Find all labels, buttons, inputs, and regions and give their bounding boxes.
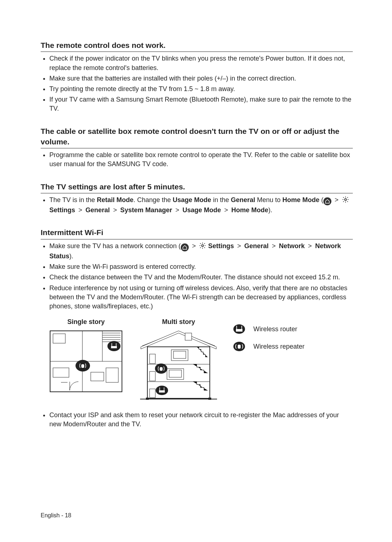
list-cablebox: Programme the cable or satellite box rem… [41,151,353,169]
legend-repeater-label: Wireless repeater [253,342,305,351]
chevron-icon: > [272,242,276,250]
chevron-icon: > [78,206,82,214]
retail-mode-label: Retail Mode [97,196,134,204]
legend-router: Wireless router [233,324,305,334]
network-label: Network [279,242,305,250]
home-icon [181,243,189,251]
settings-label: Settings [49,206,75,214]
list-item: Programme the cable or satellite box rem… [49,151,353,169]
system-manager-label: System Manager [120,206,172,214]
heading-remote: The remote control does not work. [41,40,353,52]
legend-router-label: Wireless router [253,325,297,334]
list-item: If your TV came with a Samsung Smart Rem… [49,95,353,113]
text: ). [69,252,73,260]
list-wifi: Make sure the TV has a network connectio… [41,242,353,311]
chevron-icon: > [113,206,117,214]
diagram-row: Single story [48,317,353,404]
text: in the [211,196,231,204]
list-item: Make sure that the batteries are install… [49,74,353,83]
svg-rect-20 [81,364,84,368]
list-item: Make sure the Wi-Fi password is entered … [49,262,353,271]
chevron-icon: > [224,206,228,214]
list-remote: Check if the power indicator on the TV b… [41,54,353,113]
svg-rect-35 [160,367,163,371]
text: The TV is in the [49,196,97,204]
usage-mode-label: Usage Mode [173,196,211,204]
svg-rect-39 [159,390,165,393]
usage-mode-label: Usage Mode [183,206,221,214]
list-item: Check the distance between the TV and th… [49,273,353,282]
svg-rect-18 [111,346,117,348]
list-item: Make sure the TV has a network connectio… [49,242,353,261]
single-story-diagram: Single story [48,317,124,397]
repeater-icon [233,341,245,352]
gear-icon [199,242,206,252]
home-mode-label: Home Mode [282,196,319,204]
list-settings-lost: The TV is in the Retail Mode. Change the… [41,196,353,215]
chevron-icon: > [308,242,312,250]
gear-icon [342,196,349,206]
chevron-icon: > [335,196,339,204]
svg-rect-48 [238,345,241,349]
text: ). [268,206,272,214]
text: Menu to [255,196,282,204]
section-settings-lost: The TV settings are lost after 5 minutes… [41,181,353,215]
chevron-icon: > [237,242,241,250]
home-icon [323,197,331,205]
list-item: Try pointing the remote directly at the … [49,85,353,94]
chevron-icon: > [175,206,179,214]
general-label: General [231,196,255,204]
text: . Change the [134,196,173,204]
list-item: Contact your ISP and ask them to reset y… [49,411,353,429]
floorplan-icon [48,329,124,394]
svg-rect-41 [146,398,149,400]
svg-rect-46 [236,329,242,332]
svg-point-0 [344,198,346,200]
general-label: General [86,206,110,214]
text: Make sure the TV has a network connectio… [49,242,181,250]
heading-settings-lost: The TV settings are lost after 5 minutes… [41,181,353,193]
text: ( [319,196,323,204]
svg-point-1 [202,245,204,246]
house-cutaway-icon [139,329,219,401]
section-remote: The remote control does not work. Check … [41,40,353,114]
settings-label: Settings [208,242,234,250]
multi-story-caption: Multi story [139,317,219,327]
section-cablebox: The cable or satellite box remote contro… [41,126,353,169]
general-label: General [244,242,269,250]
svg-rect-42 [208,398,211,400]
list-wifi-final: Contact your ISP and ask them to reset y… [41,411,353,429]
list-item: Check if the power indicator on the TV b… [49,54,353,72]
router-icon [233,324,245,334]
multi-story-diagram: Multi story [139,317,219,404]
list-item: The TV is in the Retail Mode. Change the… [49,196,353,215]
section-wifi: Intermittent Wi-Fi Make sure the TV has … [41,227,353,428]
home-mode-label: Home Mode [231,206,268,214]
page-footer: English - 18 [41,512,72,520]
svg-rect-29 [185,333,192,340]
single-story-caption: Single story [48,317,124,327]
legend-repeater: Wireless repeater [233,341,305,352]
chevron-icon: > [192,242,196,250]
heading-wifi: Intermittent Wi-Fi [41,227,353,239]
heading-cablebox: The cable or satellite box remote contro… [41,126,353,149]
diagram-legend: Wireless router Wireless repeater [233,317,305,359]
list-item: Reduce interference by not using or turn… [49,284,353,311]
